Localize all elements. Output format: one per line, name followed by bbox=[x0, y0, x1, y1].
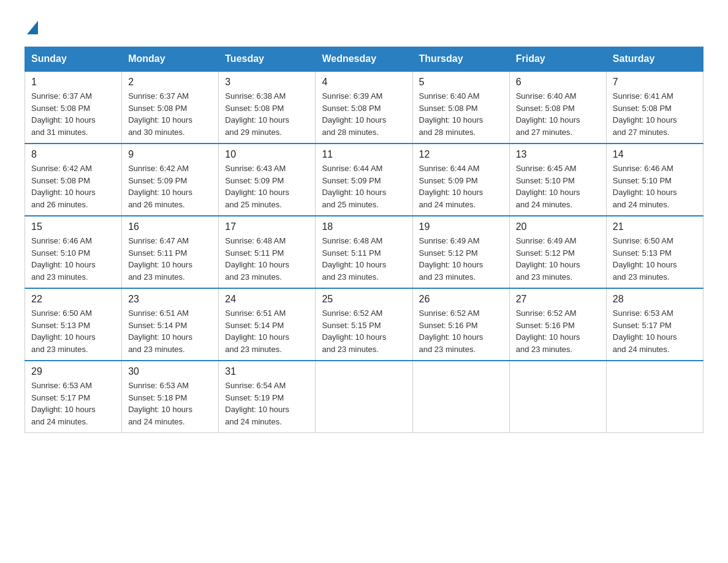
day-cell: 8 Sunrise: 6:42 AMSunset: 5:08 PMDayligh… bbox=[25, 144, 122, 216]
day-info: Sunrise: 6:54 AMSunset: 5:19 PMDaylight:… bbox=[225, 381, 289, 426]
day-number: 3 bbox=[225, 77, 309, 88]
week-row-5: 29 Sunrise: 6:53 AMSunset: 5:17 PMDaylig… bbox=[25, 361, 703, 433]
calendar-header: SundayMondayTuesdayWednesdayThursdayFrid… bbox=[25, 47, 703, 72]
day-info: Sunrise: 6:43 AMSunset: 5:09 PMDaylight:… bbox=[225, 164, 289, 209]
week-row-4: 22 Sunrise: 6:50 AMSunset: 5:13 PMDaylig… bbox=[25, 288, 703, 361]
day-cell: 7 Sunrise: 6:41 AMSunset: 5:08 PMDayligh… bbox=[606, 71, 703, 144]
day-cell: 5 Sunrise: 6:40 AMSunset: 5:08 PMDayligh… bbox=[412, 71, 509, 144]
day-info: Sunrise: 6:49 AMSunset: 5:12 PMDaylight:… bbox=[516, 236, 580, 282]
day-cell: 20 Sunrise: 6:49 AMSunset: 5:12 PMDaylig… bbox=[509, 216, 606, 288]
day-number: 15 bbox=[31, 221, 115, 232]
day-cell: 12 Sunrise: 6:44 AMSunset: 5:09 PMDaylig… bbox=[412, 144, 509, 216]
day-number: 31 bbox=[225, 366, 309, 377]
column-header-thursday: Thursday bbox=[412, 47, 509, 72]
logo bbox=[25, 18, 39, 34]
day-cell: 13 Sunrise: 6:45 AMSunset: 5:10 PMDaylig… bbox=[509, 144, 606, 216]
day-number: 5 bbox=[419, 77, 503, 88]
day-number: 13 bbox=[516, 149, 600, 160]
day-info: Sunrise: 6:41 AMSunset: 5:08 PMDaylight:… bbox=[613, 91, 677, 137]
day-info: Sunrise: 6:52 AMSunset: 5:16 PMDaylight:… bbox=[419, 308, 483, 354]
day-number: 16 bbox=[128, 221, 212, 232]
calendar-table: SundayMondayTuesdayWednesdayThursdayFrid… bbox=[25, 47, 703, 433]
day-number: 21 bbox=[613, 221, 697, 232]
day-number: 29 bbox=[31, 366, 115, 377]
day-cell: 16 Sunrise: 6:47 AMSunset: 5:11 PMDaylig… bbox=[122, 216, 219, 288]
day-number: 9 bbox=[128, 149, 212, 160]
week-row-1: 1 Sunrise: 6:37 AMSunset: 5:08 PMDayligh… bbox=[25, 71, 703, 144]
day-cell: 24 Sunrise: 6:51 AMSunset: 5:14 PMDaylig… bbox=[219, 288, 316, 361]
day-cell: 2 Sunrise: 6:37 AMSunset: 5:08 PMDayligh… bbox=[122, 71, 219, 144]
day-info: Sunrise: 6:49 AMSunset: 5:12 PMDaylight:… bbox=[419, 236, 483, 282]
day-number: 28 bbox=[613, 294, 697, 305]
day-info: Sunrise: 6:38 AMSunset: 5:08 PMDaylight:… bbox=[225, 91, 289, 137]
day-info: Sunrise: 6:42 AMSunset: 5:09 PMDaylight:… bbox=[128, 164, 192, 209]
day-cell bbox=[606, 361, 703, 433]
day-number: 10 bbox=[225, 149, 309, 160]
day-cell: 6 Sunrise: 6:40 AMSunset: 5:08 PMDayligh… bbox=[509, 71, 606, 144]
day-cell: 26 Sunrise: 6:52 AMSunset: 5:16 PMDaylig… bbox=[412, 288, 509, 361]
day-cell bbox=[412, 361, 509, 433]
day-number: 20 bbox=[516, 221, 600, 232]
day-info: Sunrise: 6:51 AMSunset: 5:14 PMDaylight:… bbox=[128, 308, 192, 354]
column-header-wednesday: Wednesday bbox=[316, 47, 412, 72]
day-info: Sunrise: 6:39 AMSunset: 5:08 PMDaylight:… bbox=[322, 91, 386, 137]
day-info: Sunrise: 6:44 AMSunset: 5:09 PMDaylight:… bbox=[322, 164, 386, 209]
day-cell: 17 Sunrise: 6:48 AMSunset: 5:11 PMDaylig… bbox=[219, 216, 316, 288]
day-number: 7 bbox=[613, 77, 697, 88]
day-info: Sunrise: 6:53 AMSunset: 5:17 PMDaylight:… bbox=[613, 308, 677, 354]
day-number: 8 bbox=[31, 149, 115, 160]
column-header-tuesday: Tuesday bbox=[219, 47, 316, 72]
day-number: 22 bbox=[31, 294, 115, 305]
day-info: Sunrise: 6:48 AMSunset: 5:11 PMDaylight:… bbox=[322, 236, 386, 282]
day-info: Sunrise: 6:47 AMSunset: 5:11 PMDaylight:… bbox=[128, 236, 192, 282]
day-number: 24 bbox=[225, 294, 309, 305]
day-cell: 25 Sunrise: 6:52 AMSunset: 5:15 PMDaylig… bbox=[316, 288, 412, 361]
day-number: 18 bbox=[322, 221, 406, 232]
day-cell: 18 Sunrise: 6:48 AMSunset: 5:11 PMDaylig… bbox=[316, 216, 412, 288]
day-cell: 29 Sunrise: 6:53 AMSunset: 5:17 PMDaylig… bbox=[25, 361, 122, 433]
day-cell: 31 Sunrise: 6:54 AMSunset: 5:19 PMDaylig… bbox=[219, 361, 316, 433]
day-number: 1 bbox=[31, 77, 115, 88]
column-header-saturday: Saturday bbox=[606, 47, 703, 72]
day-info: Sunrise: 6:52 AMSunset: 5:16 PMDaylight:… bbox=[516, 308, 580, 354]
day-info: Sunrise: 6:46 AMSunset: 5:10 PMDaylight:… bbox=[613, 164, 677, 209]
day-info: Sunrise: 6:40 AMSunset: 5:08 PMDaylight:… bbox=[419, 91, 483, 137]
day-number: 2 bbox=[128, 77, 212, 88]
day-cell: 15 Sunrise: 6:46 AMSunset: 5:10 PMDaylig… bbox=[25, 216, 122, 288]
day-number: 25 bbox=[322, 294, 406, 305]
day-number: 30 bbox=[128, 366, 212, 377]
day-info: Sunrise: 6:45 AMSunset: 5:10 PMDaylight:… bbox=[516, 164, 580, 209]
day-cell: 23 Sunrise: 6:51 AMSunset: 5:14 PMDaylig… bbox=[122, 288, 219, 361]
day-info: Sunrise: 6:53 AMSunset: 5:17 PMDaylight:… bbox=[31, 381, 96, 426]
day-cell: 28 Sunrise: 6:53 AMSunset: 5:17 PMDaylig… bbox=[606, 288, 703, 361]
day-cell: 27 Sunrise: 6:52 AMSunset: 5:16 PMDaylig… bbox=[509, 288, 606, 361]
day-cell: 30 Sunrise: 6:53 AMSunset: 5:18 PMDaylig… bbox=[122, 361, 219, 433]
day-cell: 4 Sunrise: 6:39 AMSunset: 5:08 PMDayligh… bbox=[316, 71, 412, 144]
day-info: Sunrise: 6:37 AMSunset: 5:08 PMDaylight:… bbox=[128, 91, 192, 137]
day-info: Sunrise: 6:44 AMSunset: 5:09 PMDaylight:… bbox=[419, 164, 483, 209]
day-cell: 14 Sunrise: 6:46 AMSunset: 5:10 PMDaylig… bbox=[606, 144, 703, 216]
day-info: Sunrise: 6:51 AMSunset: 5:14 PMDaylight:… bbox=[225, 308, 289, 354]
day-number: 6 bbox=[516, 77, 600, 88]
day-info: Sunrise: 6:40 AMSunset: 5:08 PMDaylight:… bbox=[516, 91, 580, 137]
day-cell: 21 Sunrise: 6:50 AMSunset: 5:13 PMDaylig… bbox=[606, 216, 703, 288]
day-info: Sunrise: 6:42 AMSunset: 5:08 PMDaylight:… bbox=[31, 164, 96, 209]
day-cell: 9 Sunrise: 6:42 AMSunset: 5:09 PMDayligh… bbox=[122, 144, 219, 216]
day-info: Sunrise: 6:50 AMSunset: 5:13 PMDaylight:… bbox=[613, 236, 677, 282]
calendar-body: 1 Sunrise: 6:37 AMSunset: 5:08 PMDayligh… bbox=[25, 71, 703, 433]
column-header-monday: Monday bbox=[122, 47, 219, 72]
logo-top bbox=[25, 18, 39, 34]
day-number: 19 bbox=[419, 221, 503, 232]
day-number: 23 bbox=[128, 294, 212, 305]
logo-triangle-icon bbox=[27, 21, 38, 34]
day-info: Sunrise: 6:50 AMSunset: 5:13 PMDaylight:… bbox=[31, 308, 96, 354]
day-cell: 1 Sunrise: 6:37 AMSunset: 5:08 PMDayligh… bbox=[25, 71, 122, 144]
day-info: Sunrise: 6:37 AMSunset: 5:08 PMDaylight:… bbox=[31, 91, 96, 137]
day-info: Sunrise: 6:46 AMSunset: 5:10 PMDaylight:… bbox=[31, 236, 96, 282]
week-row-2: 8 Sunrise: 6:42 AMSunset: 5:08 PMDayligh… bbox=[25, 144, 703, 216]
day-number: 14 bbox=[613, 149, 697, 160]
day-number: 26 bbox=[419, 294, 503, 305]
column-header-friday: Friday bbox=[509, 47, 606, 72]
day-cell bbox=[316, 361, 412, 433]
header-row: SundayMondayTuesdayWednesdayThursdayFrid… bbox=[25, 47, 703, 72]
